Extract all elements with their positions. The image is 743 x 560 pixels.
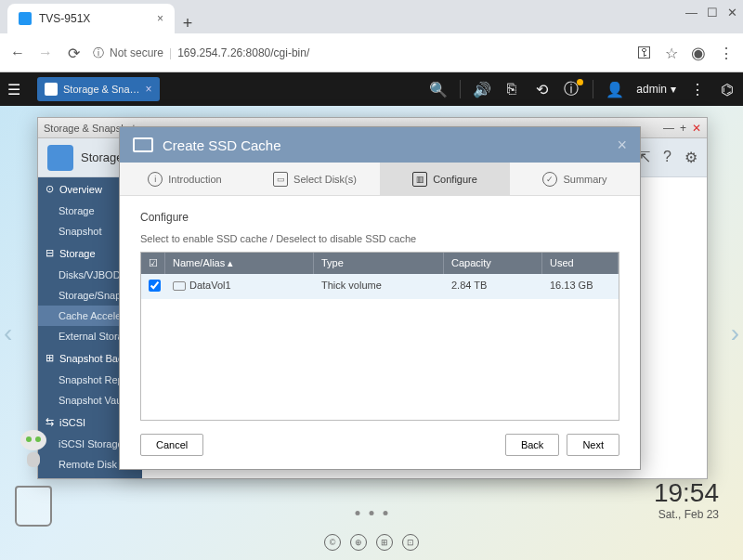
modal-close-icon[interactable]: × [617,136,627,155]
page-dots[interactable] [356,511,388,515]
more-icon[interactable]: ⋮ [689,81,706,98]
tab-title: TVS-951X [39,12,90,25]
config-step-icon: ▥ [412,172,427,187]
help-icon[interactable]: ? [663,149,671,166]
info-step-icon: i [148,172,163,187]
address-bar[interactable]: ⓘ Not secure | 169.254.7.26:8080/cgi-bin… [93,46,309,61]
refresh-icon[interactable]: ⟲ [533,81,550,98]
cell-type: Thick volume [314,274,444,299]
step-introduction[interactable]: iIntroduction [120,163,250,195]
carousel-prev-icon[interactable]: ‹ [4,319,12,348]
user-icon[interactable]: 👤 [606,81,623,98]
forward-icon[interactable]: → [37,45,54,61]
clock: 19:54 Sat., Feb 23 [654,478,719,521]
col-name[interactable]: Name/Alias ▴ [165,253,314,274]
browser-tab[interactable]: TVS-951X × [7,4,175,33]
info-icon: ⓘ [93,46,104,61]
col-checkbox[interactable]: ☑ [141,253,165,274]
ssd-icon [133,137,153,152]
dock-icon-2[interactable]: ⊕ [350,534,367,551]
cancel-button[interactable]: Cancel [140,434,203,456]
security-label: Not secure [110,46,163,59]
cell-name: DataVol1 [189,280,231,291]
app-logo-icon [47,145,73,171]
cell-capacity: 2.84 TB [444,274,542,299]
back-icon[interactable]: ← [9,45,26,61]
dashboard-icon[interactable]: ⌬ [719,81,736,98]
notification-icon[interactable]: ⓘ [563,81,580,98]
create-ssd-cache-dialog: Create SSD Cache × iIntroduction ▭Select… [119,126,641,470]
user-menu[interactable]: admin▾ [636,83,676,96]
volume-icon[interactable]: 🔊 [474,81,490,98]
col-used[interactable]: Used [542,253,619,274]
backup-icon[interactable]: ⎘ [503,81,520,98]
section-title: Configure [140,211,619,224]
window-minimize[interactable]: — [685,6,697,20]
next-button[interactable]: Next [567,434,619,456]
clock-time: 19:54 [654,478,719,508]
account-icon[interactable]: ◉ [691,43,706,63]
table-row[interactable]: DataVol1 Thick volume 2.84 TB 16.13 GB [141,274,619,299]
sort-icon: ▴ [228,257,233,268]
taskbar-app[interactable]: Storage & Sna… × [37,77,160,101]
win-maximize-icon[interactable]: + [680,122,686,135]
back-button[interactable]: Back [505,434,559,456]
clock-date: Sat., Feb 23 [654,508,719,521]
menu-burger-icon[interactable]: ☰ [7,81,30,98]
table-empty-space [141,299,619,420]
window-maximize[interactable]: ☐ [707,6,718,20]
volume-icon [173,281,186,291]
row-checkbox[interactable] [149,280,161,292]
window-close[interactable]: ✕ [727,6,737,20]
settings-icon[interactable]: ⚙ [684,149,697,166]
menu-icon[interactable]: ⋮ [719,45,734,62]
url-text: 169.254.7.26:8080/cgi-bin/ [177,46,309,59]
volume-table: ☑ Name/Alias ▴ Type Capacity Used DataVo… [140,252,619,421]
dock-icon-4[interactable]: ⊡ [402,534,419,551]
new-tab-button[interactable]: + [175,14,201,33]
dock-icon-3[interactable]: ⊞ [376,534,393,551]
taskbar-label: Storage & Sna… [63,84,140,95]
section-hint: Select to enable SSD cache / Deselect to… [140,233,619,244]
step-configure[interactable]: ▥Configure [380,163,510,195]
col-type[interactable]: Type [314,253,444,274]
step-summary[interactable]: ✓Summary [510,163,640,195]
modal-title: Create SSD Cache [163,137,281,153]
win-minimize-icon[interactable]: — [663,122,674,135]
dock-icon-1[interactable]: © [324,534,341,551]
reload-icon[interactable]: ⟳ [65,45,82,61]
step-select-disks[interactable]: ▭Select Disk(s) [250,163,380,195]
recycle-bin-icon[interactable] [15,486,52,527]
tab-close-icon[interactable]: × [157,12,163,25]
sidebar-item-lun[interactable]: LUN Import/E [38,475,142,478]
app-icon [45,83,58,96]
win-close-icon[interactable]: ✕ [692,122,701,135]
key-icon[interactable]: ⚿ [637,45,652,61]
cell-used: 16.13 GB [542,274,619,299]
taskbar-close-icon[interactable]: × [146,83,152,96]
favicon-icon [19,12,32,25]
col-capacity[interactable]: Capacity [444,253,542,274]
search-icon[interactable]: 🔍 [430,81,447,98]
star-icon[interactable]: ☆ [665,45,678,62]
assistant-robot-icon[interactable] [17,430,50,471]
carousel-next-icon[interactable]: › [731,319,739,348]
disk-step-icon: ▭ [273,172,288,187]
check-step-icon: ✓ [542,172,557,187]
